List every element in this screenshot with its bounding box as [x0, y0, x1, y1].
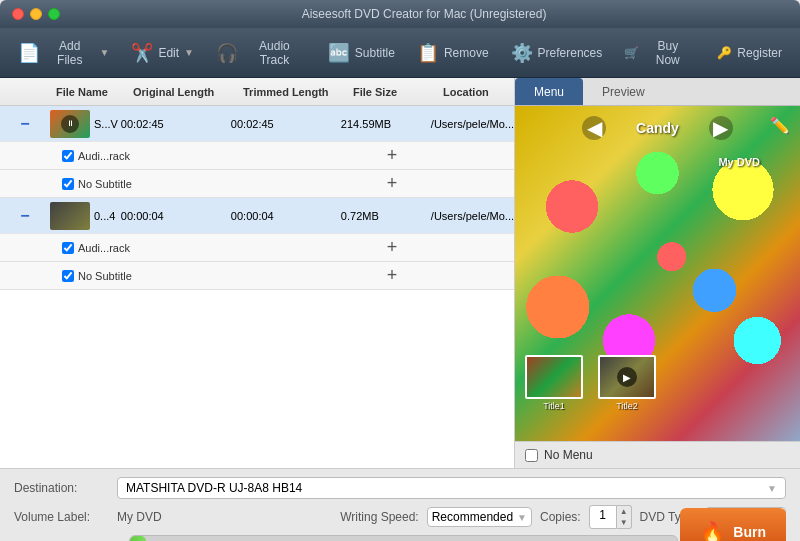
col-location: Location — [437, 86, 514, 98]
copies-down[interactable]: ▼ — [617, 517, 631, 528]
register-label: Register — [737, 46, 782, 60]
flame-icon: 🔥 — [700, 520, 725, 541]
list-item: No Subtitle + — [0, 170, 514, 198]
remove-button[interactable]: 📋 Remove — [409, 37, 497, 69]
minimize-button[interactable] — [30, 8, 42, 20]
capacity-area: 0.5GB 1GB 1.5GB 2GB 2.5GB 3GB 3.5GB 4GB … — [129, 535, 678, 541]
file2-file-size: 0.72MB — [341, 210, 431, 222]
file-panel: File Name Original Length Trimmed Length… — [0, 78, 515, 468]
register-button[interactable]: 🔑 Register — [709, 41, 790, 65]
no-menu-label: No Menu — [544, 448, 593, 462]
col-trimmed-length: Trimmed Length — [237, 86, 347, 98]
preview-title-text: Candy — [636, 120, 679, 136]
burn-label: Burn — [733, 524, 766, 540]
tab-preview[interactable]: Preview — [583, 78, 664, 105]
add-files-icon: 📄 — [18, 42, 40, 64]
file2-subtitle-row: No Subtitle — [50, 270, 347, 282]
file2-subtitle-add-button[interactable]: + — [347, 265, 437, 286]
file2-subtitle-checkbox[interactable] — [62, 270, 74, 282]
title1-thumb: Title1 — [525, 355, 583, 411]
remove-file1-button[interactable]: − — [0, 115, 50, 133]
file2-audio-label: Audi...rack — [78, 242, 130, 254]
preview-area: ◀ Candy ▶ ✏️ My DVD Title1 ▶ Title2 — [515, 106, 800, 441]
subtitle-label: Subtitle — [355, 46, 395, 60]
title1-thumbnail-box[interactable] — [525, 355, 583, 399]
file2-audio-checkbox[interactable] — [62, 242, 74, 254]
volume-label-value: My DVD — [117, 510, 162, 524]
no-menu-checkbox[interactable] — [525, 449, 538, 462]
preview-panel: Menu Preview ◀ Candy ▶ ✏️ My DVD Title1 — [515, 78, 800, 468]
file1-audio-checkbox[interactable] — [62, 150, 74, 162]
bottom-bar: Destination: MATSHITA DVD-R UJ-8A8 HB14 … — [0, 468, 800, 541]
file-list: − ⏸ S...V 00:02:45 00:02:45 214.59MB /Us… — [0, 106, 514, 468]
col-file-size: File Size — [347, 86, 437, 98]
add-files-label: Add Files — [45, 39, 95, 67]
capacity-row: Estimated Capacity: 0.5GB 1GB 1.5GB 2GB … — [14, 535, 786, 541]
preview-nav: ◀ Candy ▶ — [515, 116, 800, 140]
key-icon: 🔑 — [717, 46, 732, 60]
writing-speed-chevron: ▼ — [517, 512, 527, 523]
list-item: Audi...rack + — [0, 142, 514, 170]
title2-thumb: ▶ Title2 — [598, 355, 656, 411]
copies-up[interactable]: ▲ — [617, 506, 631, 517]
title2-thumbnail-box[interactable]: ▶ — [598, 355, 656, 399]
prev-arrow[interactable]: ◀ — [582, 116, 606, 140]
file1-audio-add-button[interactable]: + — [347, 145, 437, 166]
options-row: Volume Label: My DVD Writing Speed: Reco… — [14, 505, 786, 529]
subtitle-button[interactable]: 🔤 Subtitle — [320, 37, 403, 69]
file1-subtitle-checkbox[interactable] — [62, 178, 74, 190]
main-content: File Name Original Length Trimmed Length… — [0, 78, 800, 468]
destination-row: Destination: MATSHITA DVD-R UJ-8A8 HB14 … — [14, 477, 786, 499]
col-file-name: File Name — [50, 86, 127, 98]
tab-menu[interactable]: Menu — [515, 78, 583, 105]
gear-icon: ⚙️ — [511, 42, 533, 64]
titlebar: Aiseesoft DVD Creator for Mac (Unregiste… — [0, 0, 800, 28]
preferences-label: Preferences — [538, 46, 603, 60]
writing-speed-label: Writing Speed: — [340, 510, 419, 524]
subtitle-icon: 🔤 — [328, 42, 350, 64]
buy-now-button[interactable]: 🛒 Buy Now — [616, 34, 699, 72]
cart-icon: 🛒 — [624, 46, 639, 60]
preview-tabs: Menu Preview — [515, 78, 800, 106]
title1-label: Title1 — [543, 401, 565, 411]
copies-arrows[interactable]: ▲ ▼ — [617, 505, 632, 529]
burn-button[interactable]: 🔥 Burn — [680, 508, 786, 541]
remove-file2-button[interactable]: − — [0, 207, 50, 225]
remove-label: Remove — [444, 46, 489, 60]
copies-value[interactable]: 1 — [589, 505, 617, 529]
file2-location: /Users/pele/Mo... — [431, 210, 514, 222]
copies-stepper: 1 ▲ ▼ — [589, 505, 632, 529]
list-item: No Subtitle + — [0, 262, 514, 290]
edit-button[interactable]: ✂️ Edit ▼ — [123, 37, 202, 69]
file2-original-length: 00:00:04 — [121, 210, 231, 222]
title2-label: Title2 — [616, 401, 638, 411]
file2-audio-add-button[interactable]: + — [347, 237, 437, 258]
pause-icon: ⏸ — [61, 115, 79, 133]
volume-label-group: My DVD — [117, 510, 332, 524]
window-title: Aiseesoft DVD Creator for Mac (Unregiste… — [60, 7, 788, 21]
toolbar: 📄 Add Files ▼ ✂️ Edit ▼ 🎧 Audio Track 🔤 … — [0, 28, 800, 78]
close-button[interactable] — [12, 8, 24, 20]
table-row: − ⏸ S...V 00:02:45 00:02:45 214.59MB /Us… — [0, 106, 514, 142]
add-files-button[interactable]: 📄 Add Files ▼ — [10, 34, 117, 72]
next-arrow[interactable]: ▶ — [709, 116, 733, 140]
destination-dropdown[interactable]: MATSHITA DVD-R UJ-8A8 HB14 ▼ — [117, 477, 786, 499]
file2-trimmed-length: 00:00:04 — [231, 210, 341, 222]
audio-track-label: Audio Track — [243, 39, 306, 67]
file1-trimmed-length: 00:02:45 — [231, 118, 341, 130]
file1-subtitle-add-button[interactable]: + — [347, 173, 437, 194]
file2-subtitle-label: No Subtitle — [78, 270, 132, 282]
writing-speed-dropdown[interactable]: Recommended ▼ — [427, 507, 532, 527]
preferences-button[interactable]: ⚙️ Preferences — [503, 37, 611, 69]
file1-audio-row: Audi...rack — [50, 150, 347, 162]
destination-value: MATSHITA DVD-R UJ-8A8 HB14 — [126, 481, 302, 495]
file1-audio-label: Audi...rack — [78, 150, 130, 162]
edit-label: Edit — [158, 46, 179, 60]
col-original-length: Original Length — [127, 86, 237, 98]
file2-name: 0...4 — [94, 210, 115, 222]
audio-track-button[interactable]: 🎧 Audio Track — [208, 34, 314, 72]
destination-chevron: ▼ — [767, 483, 777, 494]
remove-icon: 📋 — [417, 42, 439, 64]
toolbar-right: 🛒 Buy Now 🔑 Register — [616, 34, 790, 72]
maximize-button[interactable] — [48, 8, 60, 20]
